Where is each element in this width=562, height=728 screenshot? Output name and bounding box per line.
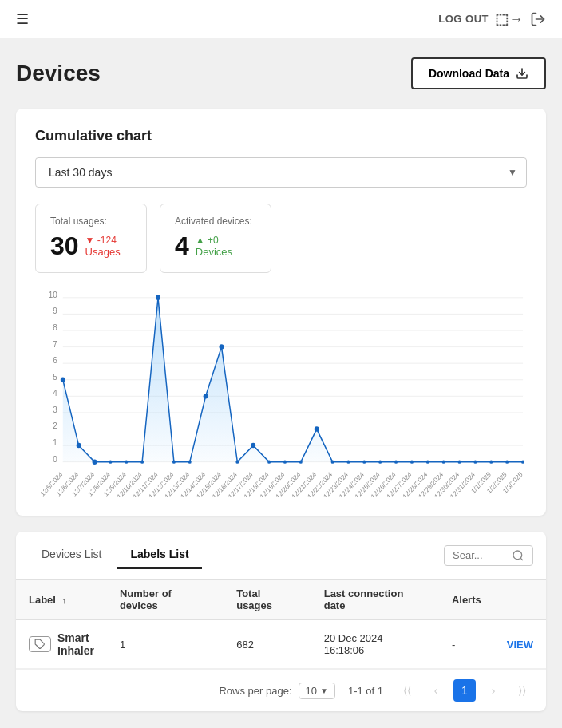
- svg-point-42: [331, 461, 334, 464]
- cell-last-connection: 20 Dec 202416:18:06: [311, 620, 439, 669]
- cell-alerts: -: [439, 620, 494, 669]
- stats-row: Total usages: 30 ▼ -124 Usages Activated…: [35, 204, 527, 273]
- page-info: 1-1 of 1: [348, 685, 383, 697]
- hamburger-icon[interactable]: ☰: [16, 10, 29, 28]
- logout-label: LOG OUT: [438, 13, 489, 25]
- pagination-row: Rows per page: 10 ▼ 1-1 of 1 ⟨⟨ ‹ 1 › ⟩⟩: [16, 669, 546, 711]
- labels-table: Label ↑ Number of devices Total usages L…: [16, 580, 546, 669]
- logout-icon[interactable]: ⬚→: [495, 10, 524, 28]
- activated-devices-value-row: 4 ▲ +0 Devices: [175, 231, 256, 261]
- view-button[interactable]: VIEW: [507, 639, 533, 651]
- first-page-button[interactable]: ⟨⟨: [396, 679, 418, 702]
- total-usages-label: Total usages:: [50, 216, 132, 227]
- svg-point-52: [489, 461, 493, 464]
- activated-devices-label: Activated devices:: [175, 216, 256, 227]
- table-header-row: Label ↑ Number of devices Total usages L…: [16, 580, 546, 620]
- next-page-button[interactable]: ›: [482, 679, 505, 702]
- logout-icon-svg[interactable]: [530, 11, 546, 27]
- col-last-connection: Last connection date: [311, 580, 439, 620]
- svg-point-27: [93, 459, 97, 465]
- rows-per-page-value: 10: [306, 685, 317, 697]
- svg-point-50: [458, 461, 461, 464]
- rows-per-page-label: Rows per page:: [219, 685, 291, 697]
- cell-view-action: VIEW: [494, 620, 546, 669]
- total-usages-change: ▼ -124 Usages: [85, 235, 121, 258]
- download-button[interactable]: Download Data: [411, 57, 546, 89]
- svg-text:5: 5: [53, 372, 57, 381]
- cell-number-devices: 1: [107, 620, 224, 669]
- chart-card-title: Cumulative chart: [35, 128, 527, 144]
- col-total-usages: Total usages: [224, 580, 311, 620]
- cell-label: SmartInhaler: [16, 620, 107, 669]
- svg-point-85: [513, 551, 522, 560]
- svg-point-41: [315, 426, 319, 432]
- table-card: Devices List Labels List: [16, 532, 546, 711]
- cell-total-usages: 682: [224, 620, 311, 669]
- svg-point-38: [267, 461, 271, 464]
- search-icon[interactable]: [512, 549, 524, 562]
- current-page-button[interactable]: 1: [453, 679, 476, 702]
- usages-change-label: Usages: [85, 246, 121, 258]
- svg-point-34: [204, 394, 208, 399]
- svg-point-49: [442, 461, 445, 464]
- download-button-label: Download Data: [429, 67, 509, 80]
- svg-point-44: [362, 461, 366, 464]
- svg-point-46: [394, 461, 398, 464]
- topbar-right: LOG OUT ⬚→: [438, 10, 546, 28]
- devices-change-label: Devices: [196, 246, 232, 258]
- svg-text:7: 7: [53, 339, 57, 348]
- svg-text:0: 0: [53, 454, 57, 463]
- svg-point-48: [426, 461, 429, 464]
- svg-point-30: [140, 461, 144, 464]
- svg-line-86: [520, 558, 523, 560]
- search-wrapper: [444, 545, 533, 566]
- activated-devices-number: 4: [175, 231, 189, 261]
- activated-devices-change: ▲ +0 Devices: [196, 235, 232, 258]
- rows-select-chevron: ▼: [320, 686, 328, 695]
- total-usages-box: Total usages: 30 ▼ -124 Usages: [35, 204, 147, 273]
- label-name: SmartInhaler: [57, 631, 94, 657]
- table-container: Label ↑ Number of devices Total usages L…: [16, 580, 546, 669]
- chart-area: 0 1 2 3 4 5 6 7 8 9 10: [35, 289, 527, 497]
- label-tag-icon: [29, 636, 51, 652]
- svg-point-43: [346, 461, 350, 464]
- svg-point-51: [473, 461, 477, 464]
- svg-point-32: [172, 461, 176, 464]
- sort-up-icon[interactable]: ↑: [62, 595, 67, 605]
- svg-point-25: [61, 378, 65, 383]
- time-filter-select[interactable]: Last 7 days Last 30 days Last 90 days: [35, 157, 527, 188]
- svg-point-47: [410, 461, 414, 464]
- rows-per-page-select[interactable]: 10 ▼: [299, 682, 335, 699]
- total-usages-number: 30: [50, 231, 79, 261]
- svg-point-54: [521, 461, 524, 464]
- down-arrow-icon: ▼ -124: [85, 235, 117, 246]
- cumulative-chart-card: Cumulative chart Last 7 days Last 30 day…: [16, 109, 546, 516]
- tab-devices-list[interactable]: Devices List: [29, 541, 114, 569]
- search-input[interactable]: [453, 549, 509, 561]
- page-container: Devices Download Data Cumulative chart L…: [0, 38, 562, 728]
- col-action: [494, 580, 546, 620]
- svg-point-36: [235, 461, 239, 464]
- last-page-button[interactable]: ⟩⟩: [511, 679, 533, 702]
- svg-text:4: 4: [53, 389, 57, 398]
- page-title: Devices: [16, 61, 101, 86]
- svg-point-35: [220, 344, 224, 350]
- svg-text:8: 8: [53, 323, 57, 332]
- download-icon: [516, 67, 528, 80]
- svg-text:3: 3: [53, 406, 57, 414]
- line-chart: 0 1 2 3 4 5 6 7 8 9 10: [35, 289, 527, 497]
- svg-point-53: [505, 461, 509, 464]
- svg-point-31: [156, 295, 160, 301]
- svg-text:10: 10: [49, 290, 57, 299]
- svg-point-26: [77, 443, 81, 449]
- tabs: Devices List Labels List: [29, 541, 202, 569]
- tab-labels-list[interactable]: Labels List: [117, 541, 201, 569]
- svg-point-39: [283, 461, 287, 464]
- svg-text:2: 2: [53, 421, 57, 430]
- col-label: Label ↑: [16, 580, 107, 620]
- table-row: SmartInhaler 1 682 20 Dec 202416:18:06 -…: [16, 620, 546, 669]
- topbar: ☰ LOG OUT ⬚→: [0, 0, 562, 38]
- svg-point-40: [299, 461, 303, 464]
- prev-page-button[interactable]: ‹: [425, 679, 447, 702]
- tabs-row: Devices List Labels List: [16, 532, 546, 580]
